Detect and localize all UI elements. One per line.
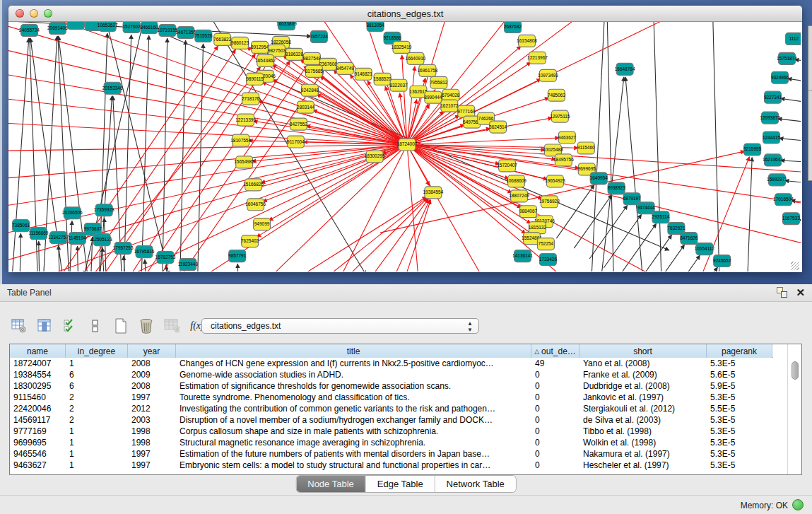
- column-header-pagerank[interactable]: pagerank: [707, 344, 772, 358]
- table-mode-icon[interactable]: [11, 319, 27, 333]
- network-node[interactable]: 1145194: [69, 233, 86, 245]
- network-node[interactable]: 8912954: [251, 41, 269, 53]
- table-selector-dropdown[interactable]: citations_edges.txt ▲▼: [201, 318, 479, 334]
- cell-name[interactable]: 9463627: [10, 460, 66, 470]
- network-node[interactable]: 9884067: [519, 206, 538, 218]
- network-node[interactable]: 18325419: [392, 41, 412, 53]
- network-node[interactable]: 7625402: [241, 235, 259, 247]
- cell-out_de[interactable]: 49: [531, 358, 579, 368]
- network-node[interactable]: 8175685: [305, 65, 324, 77]
- network-node[interactable]: 752254: [537, 238, 554, 250]
- cell-in_degree[interactable]: 2: [66, 392, 128, 402]
- table-row[interactable]: 2242004622012Investigating the contribut…: [10, 403, 801, 414]
- network-node[interactable]: 18107554: [230, 134, 251, 146]
- table-row[interactable]: 1872400712008Changes of HCN gene express…: [10, 358, 801, 369]
- cell-pagerank[interactable]: 5.3E-5: [707, 438, 772, 448]
- network-node[interactable]: 12975115: [550, 110, 570, 122]
- network-node[interactable]: 17016504: [773, 194, 794, 206]
- network-node[interactable]: 19756928: [539, 196, 560, 208]
- network-node[interactable]: 18495756: [553, 154, 574, 166]
- cell-title[interactable]: Embryonic stem cells: a model to study s…: [176, 460, 531, 470]
- cell-name[interactable]: 9699695: [10, 438, 66, 448]
- network-node[interactable]: 14136141: [512, 250, 533, 262]
- import-table-icon[interactable]: [164, 319, 180, 333]
- cell-short[interactable]: Jankovic et al. (1997): [579, 392, 707, 402]
- cell-title[interactable]: Estimation of significance thresholds fo…: [176, 381, 531, 391]
- cell-pagerank[interactable]: 5.3E-5: [707, 426, 772, 436]
- table-row[interactable]: 946362711997Embryonic stem cells: a mode…: [10, 460, 801, 471]
- network-node[interactable]: 10688609: [506, 175, 526, 187]
- network-node[interactable]: 9890115: [246, 73, 264, 85]
- network-node[interactable]: 9860123: [231, 37, 249, 49]
- network-node[interactable]: 17957253: [113, 243, 134, 255]
- cell-in_degree[interactable]: 6: [66, 381, 128, 391]
- network-node[interactable]: 16210643: [763, 154, 783, 166]
- network-node[interactable]: 14671355: [175, 26, 196, 38]
- cell-name[interactable]: 18300295: [10, 381, 66, 391]
- cell-in_degree[interactable]: 1: [66, 438, 128, 448]
- network-node[interactable]: 9117004: [287, 136, 305, 148]
- network-node[interactable]: 18300295: [365, 151, 385, 163]
- close-button[interactable]: [16, 9, 24, 18]
- window-resize-grip[interactable]: [791, 262, 799, 270]
- cell-year[interactable]: 1997: [128, 460, 176, 470]
- network-node[interactable]: 16782753: [155, 252, 176, 264]
- select-columns-icon[interactable]: [62, 319, 78, 333]
- network-node[interactable]: 1527602: [123, 22, 141, 33]
- network-node[interactable]: 1588520: [373, 73, 392, 85]
- cell-title[interactable]: Estimation of the future numbers of pati…: [176, 449, 531, 459]
- network-node[interactable]: 13342757: [48, 232, 69, 244]
- network-node[interactable]: 8186328: [286, 48, 304, 60]
- cell-pagerank[interactable]: 5.3E-5: [707, 449, 772, 459]
- network-node[interactable]: 1244415: [763, 132, 781, 144]
- network-node[interactable]: 7955812: [430, 76, 448, 88]
- cell-year[interactable]: 1997: [128, 392, 176, 402]
- window-titlebar[interactable]: citations_edges.txt: [8, 6, 802, 22]
- cell-title[interactable]: Structural magnetic resonance image aver…: [176, 438, 531, 448]
- cell-out_de[interactable]: 0: [531, 404, 579, 414]
- network-node[interactable]: 11156869: [29, 228, 49, 240]
- network-node[interactable]: 8471626: [680, 233, 698, 245]
- network-node[interactable]: 15992971: [767, 174, 787, 186]
- network-node[interactable]: 20206506: [62, 207, 83, 219]
- column-header-name[interactable]: name: [10, 344, 66, 358]
- network-node[interactable]: 15654985: [234, 156, 254, 168]
- cell-short[interactable]: Nakamura et al. (1997): [579, 449, 707, 459]
- row-height-icon[interactable]: [88, 319, 103, 333]
- network-node[interactable]: 10719155: [158, 24, 178, 36]
- cell-title[interactable]: Genome-wide association studies in ADHD.: [176, 370, 531, 380]
- cell-in_degree[interactable]: 2: [66, 404, 128, 414]
- column-header-year[interactable]: year: [128, 344, 176, 358]
- memory-status-icon[interactable]: [792, 499, 804, 510]
- network-node[interactable]: 1621072: [440, 100, 459, 112]
- cell-in_degree[interactable]: 2: [66, 415, 128, 425]
- network-node[interactable]: 949099: [254, 218, 271, 230]
- column-header-title[interactable]: title: [176, 344, 531, 358]
- zoom-button[interactable]: [44, 9, 52, 18]
- cell-title[interactable]: Changes of HCN gene expression and I(f) …: [176, 358, 531, 368]
- cell-name[interactable]: 19384554: [10, 370, 66, 380]
- cell-pagerank[interactable]: 5.6E-5: [707, 370, 772, 380]
- node-table[interactable]: namein_degreeyeartitle△out_de…shortpager…: [9, 344, 802, 475]
- cell-in_degree[interactable]: 1: [66, 460, 128, 470]
- cell-short[interactable]: Yano et al. (2008): [579, 358, 707, 368]
- network-node[interactable]: 16640910: [406, 52, 426, 64]
- column-header-in_degree[interactable]: in_degree: [66, 344, 128, 358]
- close-panel-icon[interactable]: ✕: [796, 287, 805, 298]
- cell-name[interactable]: 22420046: [10, 404, 66, 414]
- network-node[interactable]: 18807249: [509, 190, 529, 202]
- network-node[interactable]: 7857224: [310, 30, 329, 42]
- minimize-button[interactable]: [30, 9, 38, 18]
- cell-in_degree[interactable]: 6: [66, 370, 128, 380]
- network-node[interactable]: 15720407: [497, 160, 517, 172]
- table-row[interactable]: 911546021997Tourette syndrome. Phenomeno…: [10, 392, 801, 403]
- network-node[interactable]: 9215955: [743, 144, 762, 156]
- network-node[interactable]: 24055724: [19, 24, 40, 36]
- network-node[interactable]: 10653527: [98, 22, 118, 31]
- network-node[interactable]: 16795816: [134, 246, 155, 258]
- network-node[interactable]: 8427552: [290, 118, 308, 130]
- network-node[interactable]: 3624514: [489, 121, 507, 133]
- tab-edge-table[interactable]: Edge Table: [366, 476, 435, 492]
- cell-year[interactable]: 1998: [128, 426, 176, 436]
- cell-out_de[interactable]: 0: [531, 449, 579, 459]
